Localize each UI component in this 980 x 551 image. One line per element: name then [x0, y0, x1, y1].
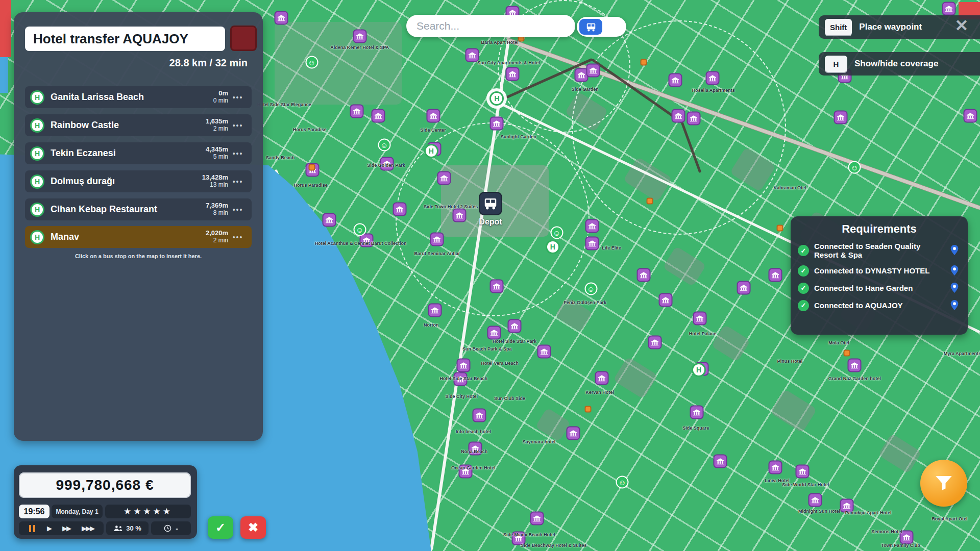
map-pin-bus-stop[interactable] — [508, 319, 522, 333]
map-pin-bus-stop[interactable] — [658, 293, 672, 307]
stop-menu-icon[interactable]: ••• — [228, 233, 248, 241]
map-pin-bus-stop[interactable] — [380, 157, 394, 170]
map-pin-bus-stop[interactable] — [323, 213, 336, 227]
map-pin-attraction[interactable]: ☺ — [616, 476, 629, 489]
map-viewport[interactable]: ☺☺☺☺☺☺☺HHHHHotel Side Star EleganceHorus… — [0, 0, 980, 551]
map-pin-bus-stop[interactable] — [834, 111, 848, 124]
map-pin-bus-stop[interactable] — [472, 409, 486, 422]
pause-button[interactable] — [28, 525, 37, 532]
map-pin-attraction[interactable]: ☺ — [305, 56, 318, 69]
fast-forward-button[interactable]: ▶▶ — [61, 524, 71, 532]
stop-row[interactable]: H Ganita Larissa Beach 0m0 min ••• — [25, 86, 252, 108]
map-pin-poi[interactable] — [843, 350, 850, 357]
depot-marker[interactable]: Depot — [479, 192, 502, 227]
map-pin-bus-stop[interactable] — [453, 209, 467, 222]
map-pin-attraction[interactable]: ☺ — [550, 226, 563, 239]
stop-menu-icon[interactable]: ••• — [228, 178, 248, 186]
route-title-box[interactable]: Hotel transfer AQUAJOY — [25, 27, 225, 51]
bus-stops-visibility-toggle[interactable] — [577, 17, 626, 37]
map-pin-bus-stop[interactable] — [808, 493, 822, 507]
map-pin-bus-stop[interactable] — [668, 73, 682, 87]
map-pin-bus-stop[interactable] — [457, 359, 471, 372]
confirm-button[interactable]: ✓ — [208, 516, 233, 539]
map-pin-bus-stop[interactable] — [430, 232, 444, 246]
stop-menu-icon[interactable]: ••• — [228, 93, 248, 102]
stop-menu-icon[interactable]: ••• — [228, 121, 248, 130]
locate-pin-icon[interactable] — [948, 265, 961, 277]
map-pin-bus-stop[interactable] — [900, 531, 914, 544]
map-pin-poi[interactable] — [777, 225, 783, 232]
map-pin-bus-stop[interactable] — [353, 30, 366, 43]
map-pin-bus-stop[interactable] — [459, 465, 473, 479]
map-pin-bus-stop[interactable] — [506, 67, 520, 81]
play-button[interactable]: ▶ — [46, 524, 52, 532]
map-pin-attraction[interactable]: ☺ — [584, 282, 597, 295]
map-pin-bus-stop[interactable] — [567, 426, 580, 440]
passenger-percent-display[interactable]: 30 % — [106, 521, 149, 535]
stop-row[interactable]: H Rainbow Castle 1,635m2 min ••• — [25, 114, 252, 136]
map-pin-bus-stop[interactable] — [437, 171, 451, 185]
map-pin-bus-stop[interactable] — [275, 11, 288, 24]
map-pin-bus-stop[interactable] — [585, 219, 599, 233]
map-pin-bus-stop[interactable] — [942, 2, 955, 16]
map-pin-bus-stop[interactable] — [768, 460, 782, 474]
map-pin-bus-stop[interactable] — [690, 405, 704, 419]
stop-row[interactable]: H Dolmuş durağı 13,428m13 min ••• — [25, 170, 252, 192]
map-pin-bus-stop[interactable] — [511, 532, 525, 545]
map-pin-bus-stop[interactable] — [737, 281, 751, 294]
map-pin-bus-stop[interactable] — [490, 116, 504, 130]
map-pin-route-stop[interactable]: H — [692, 363, 706, 377]
stop-menu-icon[interactable]: ••• — [228, 206, 248, 214]
stop-row-selected[interactable]: H Manav 2,020m2 min ••• — [25, 226, 252, 248]
map-pin-bus-stop[interactable] — [705, 71, 719, 85]
stop-row[interactable]: H Cihan Kebap Restaurant 7,369m8 min ••• — [25, 198, 252, 220]
map-pin-bus-stop[interactable] — [586, 64, 600, 78]
map-pin-attraction[interactable]: ☺ — [378, 139, 390, 152]
map-pin-bus-stop[interactable] — [490, 279, 504, 293]
map-pin-bus-stop[interactable] — [768, 268, 782, 282]
close-button[interactable]: ✕ — [948, 14, 975, 37]
map-pin-poi[interactable] — [646, 198, 653, 205]
schedule-display[interactable]: - — [151, 521, 191, 535]
stop-row[interactable]: H Tekin Eczanesi 4,345m5 min ••• — [25, 142, 252, 164]
map-pin-bus-stop[interactable] — [487, 326, 501, 340]
locate-pin-icon[interactable] — [948, 244, 961, 257]
locate-pin-icon[interactable] — [948, 282, 961, 294]
map-pin-bus-stop[interactable] — [637, 268, 651, 282]
map-pin-bus-stop[interactable] — [585, 237, 599, 251]
route-color-swatch[interactable] — [230, 26, 257, 51]
map-pin-bus-stop[interactable] — [469, 442, 482, 456]
map-pin-bus-stop[interactable] — [372, 109, 385, 122]
map-pin-bus-stop[interactable] — [714, 454, 727, 468]
map-pin-bus-stop[interactable] — [848, 359, 862, 372]
map-pin-bus-stop[interactable] — [963, 109, 977, 122]
map-pin-bus-stop[interactable] — [350, 105, 363, 118]
map-pin-bus-stop[interactable] — [426, 109, 440, 122]
map-pin-attraction[interactable]: ☺ — [353, 223, 366, 236]
map-pin-bus-stop[interactable] — [671, 109, 685, 122]
map-pin-bus-stop[interactable] — [465, 48, 479, 62]
map-pin-bus-stop[interactable] — [687, 112, 701, 126]
map-pin-bus-stop[interactable] — [393, 203, 407, 216]
map-pin-bus-stop[interactable] — [648, 335, 662, 349]
locate-pin-icon[interactable] — [948, 299, 961, 312]
map-pin-bus-stop[interactable] — [595, 371, 608, 385]
map-pin-bus-stop[interactable] — [454, 372, 468, 386]
filter-button[interactable] — [920, 460, 967, 507]
stop-menu-icon[interactable]: ••• — [228, 149, 248, 158]
map-pin-route-stop[interactable]: H — [424, 144, 438, 158]
map-pin-bus-stop[interactable] — [693, 312, 706, 325]
map-pin-bus-stop[interactable] — [796, 465, 810, 479]
map-pin-bus-stop[interactable] — [428, 304, 442, 317]
map-pin-poi[interactable] — [641, 59, 647, 66]
fastest-forward-button[interactable]: ▶▶▶ — [81, 524, 95, 532]
map-pin-route-stop[interactable]: H — [489, 91, 504, 106]
search-input[interactable] — [416, 20, 565, 32]
map-pin-bus-stop[interactable] — [840, 499, 853, 513]
map-pin-bus-stop[interactable] — [530, 512, 544, 525]
map-pin-poi[interactable] — [585, 406, 592, 413]
cancel-button[interactable]: ✖ — [240, 516, 266, 539]
map-pin-poi[interactable] — [308, 164, 315, 171]
map-pin-route-stop[interactable]: H — [546, 240, 560, 254]
map-pin-attraction[interactable]: ☺ — [848, 161, 861, 174]
